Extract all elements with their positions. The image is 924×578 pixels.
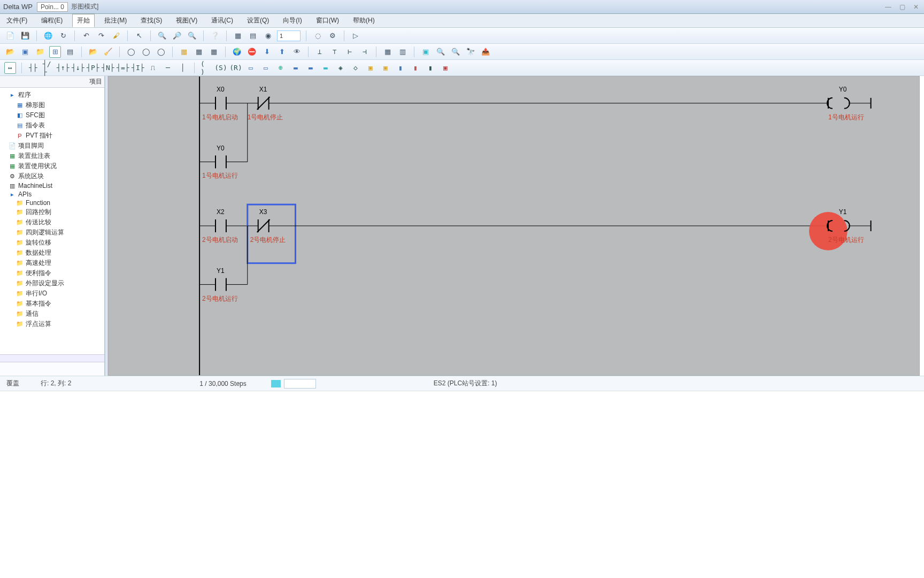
aqua-box-icon[interactable]: ▣ — [420, 46, 432, 58]
find-icon[interactable]: 🔍 — [435, 46, 446, 58]
save-icon[interactable]: 💾 — [19, 30, 31, 42]
elem-p-icon[interactable]: ┤P├ — [87, 62, 99, 74]
elem-rising-icon[interactable]: ┤↑├ — [57, 62, 69, 74]
elem-horiz-icon[interactable]: ─ — [162, 62, 174, 74]
elem-fb7-icon[interactable]: ▣ — [380, 62, 391, 74]
menu-settings[interactable]: 设置(Q) — [243, 14, 273, 27]
tree-api-0[interactable]: 📁Function — [16, 199, 103, 207]
elem-inv-icon[interactable]: ┤I├ — [132, 62, 144, 74]
tool-x1-icon[interactable]: ⊥ — [314, 46, 326, 58]
menu-comm[interactable]: 通讯(C) — [207, 14, 237, 27]
tree-pvt[interactable]: PPVT 指针 — [16, 131, 103, 141]
elem-fb4-icon[interactable]: ◈ — [335, 62, 346, 74]
new-file-icon[interactable]: 📄 — [4, 30, 16, 42]
elem-fb8-icon[interactable]: ▮ — [395, 62, 406, 74]
brush-icon[interactable]: 🖌 — [110, 30, 122, 42]
tree-api-10[interactable]: 📁基本指令 — [16, 299, 103, 309]
erase-icon[interactable]: 🧹 — [102, 46, 114, 58]
elem-vert-icon[interactable]: │ — [177, 62, 189, 74]
menu-view[interactable]: 视图(V) — [172, 14, 202, 27]
elem-fb5-icon[interactable]: ◇ — [350, 62, 361, 74]
elem-fb6-icon[interactable]: ▣ — [365, 62, 376, 74]
menu-help[interactable]: 帮助(H) — [349, 14, 379, 27]
open-icon[interactable]: 📂 — [4, 46, 16, 58]
elem-no-contact-icon[interactable]: ┤├ — [27, 62, 39, 74]
undo-icon[interactable]: ↶ — [80, 30, 92, 42]
ladder-view-icon[interactable]: ⊞ — [49, 46, 61, 58]
tree-api-12[interactable]: 📁浮点运算 — [16, 319, 103, 329]
icon-a[interactable]: ▤ — [247, 30, 259, 42]
stop-icon[interactable]: ⛔ — [246, 46, 258, 58]
tree-apis[interactable]: ▸APIs — [9, 190, 103, 199]
list-view-icon[interactable]: ▤ — [64, 46, 76, 58]
elem-reset-icon[interactable]: (R) — [230, 62, 242, 74]
elem-select-icon[interactable]: ↔ — [4, 62, 16, 74]
menu-find[interactable]: 查找(S) — [136, 14, 166, 27]
tree-il[interactable]: ▤指令表 — [16, 120, 103, 131]
circle-dot-icon[interactable]: ◌ — [312, 30, 324, 42]
menu-window[interactable]: 窗口(W) — [312, 14, 343, 27]
run-icon[interactable]: ▷ — [350, 30, 361, 42]
output-panel[interactable] — [0, 391, 924, 578]
tree-api-5[interactable]: 📁数据处理 — [16, 248, 103, 258]
online-icon[interactable]: 🌍 — [231, 46, 243, 58]
elem-fb10-icon[interactable]: ▮ — [425, 62, 436, 74]
b2-icon[interactable]: ▦ — [193, 46, 205, 58]
c3-icon[interactable]: ◯ — [155, 46, 167, 58]
tree-api-4[interactable]: 📁旋转位移 — [16, 238, 103, 248]
c2-icon[interactable]: ◯ — [140, 46, 152, 58]
help-icon[interactable]: ❔ — [209, 30, 221, 42]
status-field[interactable] — [284, 379, 316, 389]
tree-api-6[interactable]: 📁高速处理 — [16, 258, 103, 268]
compile-icon[interactable]: ▦ — [178, 46, 190, 58]
tree-sysblock[interactable]: ⚙系统区块 — [9, 171, 103, 181]
tree-devusage[interactable]: ▦装置使用状况 — [9, 161, 103, 171]
elem-fb11-icon[interactable]: ▣ — [440, 62, 451, 74]
b3-icon[interactable]: ▦ — [208, 46, 220, 58]
grid-icon[interactable]: ▦ — [232, 30, 244, 42]
tree-api-11[interactable]: 📁通信 — [16, 309, 103, 319]
tree-scrollbar[interactable] — [0, 354, 104, 362]
tree-api-9[interactable]: 📁串行I/O — [16, 288, 103, 299]
elem-fb3-icon[interactable]: ▬ — [320, 62, 332, 74]
elem-fn-icon[interactable]: ⊕ — [275, 62, 287, 74]
tree-api-3[interactable]: 📁四则逻辑运算 — [16, 227, 103, 238]
folder-icon[interactable]: 📁 — [34, 46, 46, 58]
tree-machinelist[interactable]: ▥MachineList — [9, 181, 103, 190]
c1-icon[interactable]: ◯ — [125, 46, 137, 58]
upload-icon[interactable]: ⬆ — [276, 46, 288, 58]
elem-appl-icon[interactable]: ▭ — [245, 62, 257, 74]
tree-root[interactable]: ▸程序 — [9, 90, 103, 100]
project-tree[interactable]: ▸程序 ▦梯形图 ◧SFC图 ▤指令表 PPVT 指针 📄项目脚周 ▦装置批注表… — [0, 88, 104, 354]
blue-doc-icon[interactable]: ▣ — [19, 46, 31, 58]
title-doc-tab[interactable]: Poin... 0 — [37, 2, 68, 12]
elem-n-icon[interactable]: ┤N├ — [102, 62, 114, 74]
tree-sfc[interactable]: ◧SFC图 — [16, 110, 103, 120]
elem-set-icon[interactable]: (S) — [215, 62, 227, 74]
maximize-button[interactable]: ▢ — [897, 3, 907, 11]
elem-branch-icon[interactable]: ⎍ — [147, 62, 159, 74]
elem-coil-icon[interactable]: ( ) — [200, 62, 212, 74]
zoom-in-icon[interactable]: 🔍 — [156, 30, 168, 42]
zoom-out-icon[interactable]: 🔎 — [171, 30, 183, 42]
redo-icon[interactable]: ↷ — [95, 30, 107, 42]
menu-wizard[interactable]: 向导(I) — [279, 14, 306, 27]
elem-fb-icon[interactable]: ▬ — [290, 62, 302, 74]
tree-footprint[interactable]: 📄项目脚周 — [9, 141, 103, 151]
export-icon[interactable]: 📤 — [480, 46, 491, 58]
elem-cmp-icon[interactable]: ┤=├ — [117, 62, 129, 74]
elem-fb9-icon[interactable]: ▮ — [410, 62, 421, 74]
mem-icon[interactable]: ▥ — [397, 46, 409, 58]
tool-x2-icon[interactable]: ⊤ — [329, 46, 341, 58]
zoom-field[interactable] — [277, 31, 301, 41]
elem-falling-icon[interactable]: ┤↓├ — [72, 62, 84, 74]
menu-start[interactable]: 开始 — [72, 14, 95, 27]
tree-api-1[interactable]: 📁回路控制 — [16, 207, 103, 217]
globe-icon[interactable]: 🌐 — [42, 30, 54, 42]
tool-x4-icon[interactable]: ⊣ — [359, 46, 371, 58]
table-icon[interactable]: ▦ — [382, 46, 394, 58]
tree-tab[interactable]: 项目 — [0, 76, 104, 88]
tree-api-8[interactable]: 📁外部设定显示 — [16, 278, 103, 288]
tree-api-7[interactable]: 📁便利指令 — [16, 268, 103, 278]
compare-icon[interactable]: 🔍 — [450, 46, 461, 58]
